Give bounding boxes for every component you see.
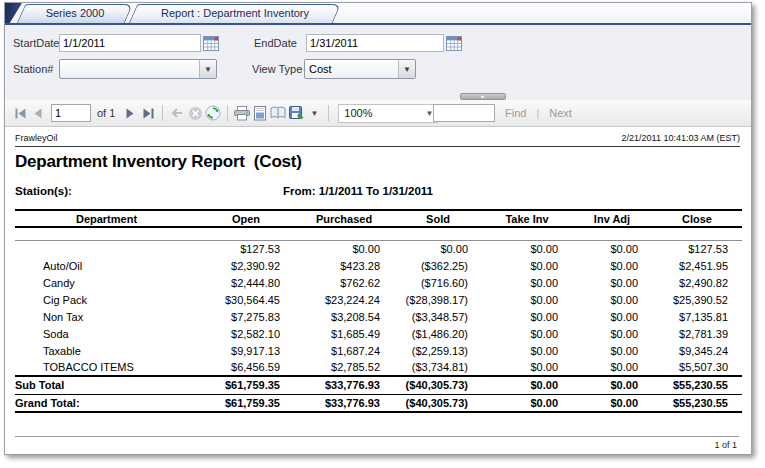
value-cell: $127.53 [198,240,294,257]
value-cell: ($40,305.73) [394,394,482,412]
table-row: $127.53$0.00$0.00$0.00$0.00$127.53 [15,240,742,257]
department-cell: Auto/Oil [15,257,198,274]
report-table-body: $127.53$0.00$0.00$0.00$0.00$127.53Auto/O… [15,227,742,412]
report-generated-timestamp: 2/21/2011 10:41:03 AM (EST) [622,133,740,143]
chevron-down-icon: ▼ [199,60,216,78]
toolbar-separator [227,105,228,121]
page-setup-button[interactable] [269,103,287,123]
value-cell: $0.00 [482,394,572,412]
splitter-handle[interactable] [460,93,506,100]
value-cell: $0.00 [482,359,572,376]
application-window: Series 2000 Explorer Report : Department… [4,2,752,455]
find-text-input[interactable] [433,104,495,122]
stations-label: Station(s): [15,185,72,197]
value-cell: $2,390.92 [198,257,294,274]
zoom-combobox-value: 100% [339,107,425,119]
start-date-input[interactable]: 1/1/2011 [59,34,201,52]
value-cell: $55,230.55 [652,394,742,412]
back-button[interactable] [168,103,186,123]
value-cell: $0.00 [572,257,652,274]
chevron-down-icon: ▼ [398,60,415,78]
value-cell: $61,759.35 [198,394,294,412]
tab-department-inventory-report[interactable]: Report : Department Inventory Report [133,4,337,23]
table-row: Taxable$9,917.13$1,687.24($2,259.13)$0.0… [15,342,742,359]
table-row: Sub Total$61,759.35$33,776.93($40,305.73… [15,376,742,394]
department-cell: Candy [15,274,198,291]
value-cell: $9,345.24 [652,342,742,359]
inventory-table: DepartmentOpenPurchasedSoldTake InvInv A… [15,209,742,413]
find-next-button[interactable]: Next [549,107,572,119]
value-cell: $2,444.80 [198,274,294,291]
report-footer-divider [15,436,739,437]
report-date-range: From: 1/1/2011 To 1/31/2011 [283,185,433,197]
value-cell: $2,781.39 [652,325,742,342]
station-label: Station# [13,63,59,75]
report-table-header-row: DepartmentOpenPurchasedSoldTake InvInv A… [15,210,742,227]
end-date-input[interactable]: 1/31/2011 [306,34,444,52]
next-page-button[interactable] [121,103,139,123]
export-button[interactable] [287,103,305,123]
department-cell [15,240,198,257]
value-cell: $25,390.52 [652,291,742,308]
department-cell: Soda [15,325,198,342]
table-row: Grand Total:$61,759.35$33,776.93($40,305… [15,394,742,412]
value-cell: $0.00 [572,291,652,308]
export-dropdown-icon[interactable]: ▼ [305,103,323,123]
value-cell: $9,917.13 [198,342,294,359]
value-cell: ($28,398.17) [394,291,482,308]
value-cell: $0.00 [294,240,394,257]
toolbar-separator [162,105,163,121]
report-parameters-panel: StartDate 1/1/2011 EndDate 1/31/2011 [5,25,751,91]
value-cell: $33,776.93 [294,394,394,412]
find-next-divider: | [536,107,539,119]
column-header: Close [652,210,742,227]
value-cell: $0.00 [572,240,652,257]
start-date-calendar-icon[interactable] [202,35,219,52]
refresh-button[interactable] [204,103,222,123]
previous-page-button[interactable] [29,103,47,123]
value-cell: $5,507.30 [652,359,742,376]
cancel-rendering-button[interactable] [186,103,204,123]
value-cell: $55,230.55 [652,376,742,394]
table-row: Candy$2,444.80$762.62($716.60)$0.00$0.00… [15,274,742,291]
find-button[interactable]: Find [505,107,526,119]
value-cell: $3,208.54 [294,308,394,325]
report-company-name: FrawleyOil [15,133,58,143]
report-viewer-toolbar: of 1 ▼ 100% [5,100,751,127]
value-cell: $7,275.83 [198,308,294,325]
report-footer-page-number: 1 of 1 [714,440,737,450]
value-cell: ($716.60) [394,274,482,291]
value-cell: ($3,348.57) [394,308,482,325]
tab-strip: Series 2000 Explorer Report : Department… [5,3,751,25]
end-date-label: EndDate [254,37,306,49]
print-button[interactable] [233,103,251,123]
zoom-combobox[interactable]: 100% ▼ [338,104,438,123]
last-page-button[interactable] [139,103,157,123]
value-cell: $127.53 [652,240,742,257]
tab-series-2000-explorer[interactable]: Series 2000 Explorer [21,4,129,23]
spacer-row [15,227,742,240]
column-header: Purchased [294,210,394,227]
first-page-button[interactable] [11,103,29,123]
table-row: Non Tax$7,275.83$3,208.54($3,348.57)$0.0… [15,308,742,325]
department-cell: Non Tax [15,308,198,325]
current-page-input[interactable] [51,104,91,122]
value-cell: $0.00 [482,308,572,325]
tab-label: Report : Department Inventory Report [133,4,337,25]
table-row: Auto/Oil$2,390.92$423.28($362.25)$0.00$0… [15,257,742,274]
value-cell: $2,582.10 [198,325,294,342]
value-cell: $2,785.52 [294,359,394,376]
station-combobox[interactable]: ▼ [59,59,217,79]
page-count-label: of 1 [97,107,115,119]
department-cell: Cig Pack [15,291,198,308]
end-date-calendar-icon[interactable] [445,35,462,52]
value-cell: $61,759.35 [198,376,294,394]
table-row: TOBACCO ITEMS$6,456.59$2,785.52($3,734.8… [15,359,742,376]
toolbar-separator [328,105,329,121]
view-type-label: View Type [252,63,304,75]
print-layout-button[interactable] [251,103,269,123]
value-cell: $2,490.82 [652,274,742,291]
start-date-label: StartDate [13,37,59,49]
view-type-combobox[interactable]: Cost ▼ [304,59,416,79]
value-cell: $0.00 [572,394,652,412]
